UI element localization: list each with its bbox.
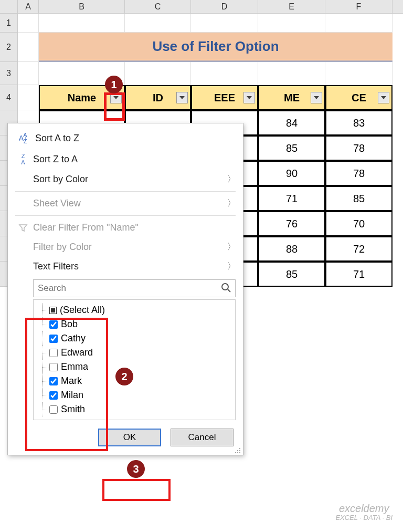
filter-button-ce[interactable] — [378, 92, 389, 103]
chevron-right-icon: 〉 — [227, 174, 236, 185]
cell-ce[interactable]: 78 — [325, 135, 393, 161]
header-id-label: ID — [153, 92, 163, 104]
menu-text-filters-label: Text Filters — [33, 261, 79, 272]
col-head-C[interactable]: C — [125, 0, 191, 13]
funnel-icon — [15, 223, 31, 233]
menu-sort-az[interactable]: A↓ AZ Sort A to Z — [8, 128, 243, 149]
svg-point-5 — [222, 284, 228, 290]
menu-sort-za[interactable]: ZA Sort Z to A — [8, 149, 243, 170]
chevron-right-icon: 〉 — [227, 242, 236, 253]
search-icon — [221, 283, 231, 296]
cell-ce[interactable]: 72 — [325, 236, 393, 262]
row-head-4[interactable]: 4 — [0, 85, 18, 110]
watermark-tag: EXCEL · DATA · BI — [335, 514, 393, 521]
cell-me[interactable]: 85 — [258, 262, 325, 287]
svg-line-6 — [228, 289, 230, 292]
cell-ce[interactable]: 85 — [325, 186, 393, 211]
row-head-2[interactable]: 2 — [0, 33, 18, 62]
page-title: Use of Filter Option — [39, 33, 393, 62]
callout-2: 2 — [115, 368, 133, 385]
filter-button-id[interactable] — [176, 92, 188, 103]
svg-marker-2 — [247, 96, 252, 99]
filter-item-select-all[interactable]: (Select All) — [39, 303, 230, 317]
annotation-box-3 — [102, 479, 171, 501]
cell-me[interactable]: 85 — [258, 135, 325, 161]
header-ce: CE — [325, 85, 393, 110]
svg-point-10 — [235, 452, 236, 453]
resize-grip-icon[interactable] — [235, 446, 241, 453]
header-eee-label: EEE — [214, 92, 235, 104]
annotation-box-2 — [25, 318, 108, 451]
callout-3: 3 — [127, 460, 145, 478]
svg-point-11 — [237, 452, 238, 453]
filter-button-me[interactable] — [311, 92, 322, 103]
header-id: ID — [125, 85, 191, 110]
menu-sort-az-label: Sort A to Z — [35, 133, 79, 144]
cell-me[interactable]: 84 — [258, 110, 325, 135]
col-head-E[interactable]: E — [258, 0, 325, 13]
menu-filter-color: Filter by Color 〉 — [8, 237, 243, 257]
cell-ce[interactable]: 71 — [325, 262, 393, 287]
cell-me[interactable]: 90 — [258, 161, 325, 186]
chevron-right-icon: 〉 — [227, 261, 236, 272]
chevron-right-icon: 〉 — [227, 198, 236, 209]
header-name-label: Name — [68, 92, 96, 104]
svg-marker-4 — [381, 96, 386, 99]
row-head-3[interactable]: 3 — [0, 62, 18, 85]
filter-search — [33, 279, 236, 297]
svg-point-8 — [237, 450, 238, 451]
watermark-brand: exceldemy — [335, 503, 393, 514]
annotation-box-1 — [104, 92, 125, 121]
svg-marker-3 — [314, 96, 319, 99]
svg-point-7 — [239, 448, 240, 449]
col-head-D[interactable]: D — [191, 0, 258, 13]
menu-text-filters[interactable]: Text Filters 〉 — [8, 257, 243, 276]
filter-search-input[interactable] — [33, 279, 236, 297]
column-headers: A B C D E F — [0, 0, 403, 14]
tristate-checkbox-icon[interactable] — [49, 307, 57, 314]
menu-clear-filter: Clear Filter From "Name" — [8, 218, 243, 237]
header-ce-label: CE — [352, 92, 366, 104]
menu-clear-filter-label: Clear Filter From "Name" — [33, 222, 139, 233]
menu-sort-za-label: Sort Z to A — [33, 154, 78, 165]
cell-ce[interactable]: 70 — [325, 211, 393, 236]
callout-1: 1 — [105, 76, 123, 93]
cell-me[interactable]: 71 — [258, 186, 325, 211]
header-me-label: ME — [284, 92, 300, 104]
header-me: ME — [258, 85, 325, 110]
menu-sheet-view-label: Sheet View — [33, 198, 81, 209]
menu-sheet-view: Sheet View 〉 — [8, 194, 243, 213]
row-head-1[interactable]: 1 — [0, 14, 18, 33]
cell-ce[interactable]: 83 — [325, 110, 393, 135]
col-head-F[interactable]: F — [325, 0, 393, 13]
menu-sort-color[interactable]: Sort by Color 〉 — [8, 170, 243, 189]
cancel-button[interactable]: Cancel — [171, 429, 234, 446]
svg-point-12 — [239, 452, 240, 453]
col-head-A[interactable]: A — [18, 0, 39, 13]
filter-button-eee[interactable] — [243, 92, 255, 103]
cell-me[interactable]: 88 — [258, 236, 325, 262]
svg-point-9 — [239, 450, 240, 451]
watermark: exceldemy EXCEL · DATA · BI — [335, 503, 393, 521]
col-head-B[interactable]: B — [39, 0, 125, 13]
menu-sort-color-label: Sort by Color — [33, 174, 88, 185]
cell-ce[interactable]: 78 — [325, 161, 393, 186]
header-eee: EEE — [191, 85, 258, 110]
filter-item-select-all-label: (Select All) — [60, 305, 105, 316]
svg-marker-1 — [179, 96, 185, 99]
menu-filter-color-label: Filter by Color — [33, 242, 92, 253]
select-all-corner[interactable] — [0, 0, 18, 13]
cell-me[interactable]: 76 — [258, 211, 325, 236]
